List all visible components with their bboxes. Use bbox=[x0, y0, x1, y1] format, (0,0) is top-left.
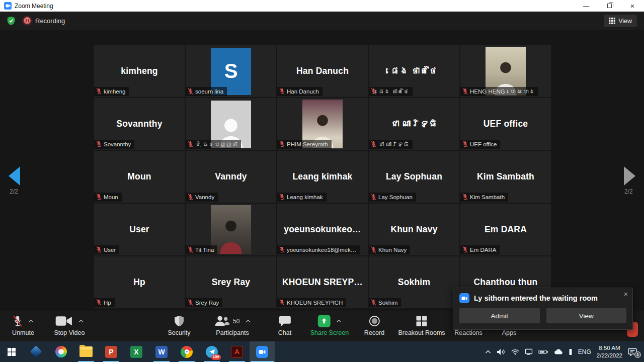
minimize-icon[interactable]: — bbox=[575, 0, 598, 12]
toolbar-label: Chat bbox=[278, 329, 291, 336]
mic-muted-icon bbox=[371, 246, 376, 253]
participant-label: ផេង ថាត់ថៃ bbox=[369, 87, 413, 96]
action-center-badge: 1 bbox=[634, 351, 641, 358]
participant-tile[interactable]: Han Danuch Han Danuch bbox=[277, 45, 368, 97]
notification-message: Ly sithorn entered the waiting room bbox=[474, 294, 598, 302]
waiting-room-notification: × Ly sithorn entered the waiting room Ad… bbox=[453, 288, 633, 330]
participant-tile[interactable]: Tit Tina bbox=[186, 204, 276, 255]
photos-app-icon[interactable] bbox=[23, 341, 48, 362]
window-title: Zoom Meeting bbox=[15, 3, 53, 10]
chevron-up-icon[interactable] bbox=[331, 319, 342, 323]
chevron-up-icon[interactable] bbox=[23, 319, 34, 323]
language-indicator[interactable]: ENG bbox=[578, 348, 591, 355]
chevron-up-icon[interactable] bbox=[239, 319, 251, 323]
participant-tile[interactable]: ជុំ ចនបញ្ញនា bbox=[186, 98, 276, 150]
telegram-icon[interactable]: 159 bbox=[199, 341, 224, 362]
shield-icon bbox=[174, 315, 184, 327]
participant-tile[interactable]: PHIM Sereyrath bbox=[277, 98, 368, 150]
participant-label: Moun bbox=[94, 193, 122, 202]
participant-tile[interactable]: UEF office UEF office bbox=[460, 98, 551, 150]
participant-grid: kimheng kimheng S soeurn lina Han Danuch… bbox=[94, 45, 551, 308]
toolbar-record-button[interactable]: Record bbox=[364, 314, 384, 336]
participant-tile[interactable]: kimheng kimheng bbox=[94, 45, 185, 97]
date: 2/22/2022 bbox=[597, 352, 622, 359]
participant-tile[interactable]: Leang kimhak Leang kimhak bbox=[277, 151, 368, 203]
onedrive-cloud-icon[interactable] bbox=[554, 349, 563, 355]
participant-tile[interactable]: Em DARA Em DARA bbox=[460, 204, 551, 255]
participant-tile[interactable]: KHOEUN SREYP… KHOEUN SREYPICH bbox=[277, 256, 368, 308]
participant-label: HENG HENG - ហេង ហេង bbox=[460, 87, 538, 96]
view-button[interactable]: View bbox=[604, 15, 637, 27]
toolbar-label: Unmute bbox=[12, 329, 34, 336]
participant-label: Srey Ray bbox=[186, 298, 222, 307]
participant-tile[interactable]: Khun Navy Khun Navy bbox=[369, 204, 459, 255]
participant-tile[interactable]: S soeurn lina bbox=[186, 45, 276, 97]
view-waiting-room-button[interactable]: View bbox=[546, 308, 627, 323]
close-icon[interactable]: × bbox=[624, 290, 628, 298]
system-tray: ENG 8:50 AM 2/22/2022 1 bbox=[485, 344, 644, 359]
chrome-icon[interactable] bbox=[174, 341, 199, 362]
previous-page-arrow[interactable] bbox=[9, 166, 20, 186]
cast-display-icon[interactable] bbox=[525, 348, 533, 355]
windows-start-icon[interactable] bbox=[0, 341, 23, 362]
toolbar-share-screen-button[interactable]: Share Screen bbox=[310, 314, 349, 336]
paint-icon[interactable] bbox=[48, 341, 73, 362]
mic-muted-icon bbox=[371, 141, 376, 147]
chevron-up-icon[interactable] bbox=[72, 319, 84, 323]
breakout-grid-icon bbox=[416, 315, 427, 327]
file-explorer-icon[interactable] bbox=[73, 341, 99, 362]
toolbar-chat-button[interactable]: Chat bbox=[278, 314, 291, 336]
page-indicator-right: 2/2 bbox=[624, 188, 633, 195]
toolbar-unmute-button[interactable]: Unmute bbox=[12, 314, 34, 336]
participant-tile[interactable]: yoeunsokunkeo… yoeunsokunkeo18@mek… bbox=[277, 204, 368, 255]
next-page-arrow[interactable] bbox=[624, 166, 635, 186]
wifi-icon[interactable] bbox=[511, 349, 519, 355]
toolbar-breakout-rooms-button[interactable]: Breakout Rooms bbox=[398, 314, 445, 336]
participant-tile[interactable]: Hp Hp bbox=[94, 256, 185, 308]
participant-label: soeurn lina bbox=[186, 87, 227, 96]
close-icon[interactable]: × bbox=[621, 0, 644, 12]
participant-tile[interactable]: ជា ណារិទ្ធិ ជា ណារិទ្ធិ bbox=[369, 98, 459, 150]
participant-tile[interactable]: HENG HENG - ហេង ហេង bbox=[460, 45, 551, 97]
word-icon[interactable]: W bbox=[149, 341, 174, 362]
participant-tile[interactable]: Kim Sambath Kim Sambath bbox=[460, 151, 551, 203]
zoom-meeting-window: Zoom Meeting — × Recording View kimheng … bbox=[0, 0, 644, 362]
mic-muted-icon bbox=[188, 299, 193, 306]
toolbar-participants-button[interactable]: 50 Participants bbox=[214, 314, 251, 336]
participant-label: User bbox=[94, 245, 119, 254]
participant-tile[interactable]: Vanndy Vanndy bbox=[186, 151, 276, 203]
participant-label: UEF office bbox=[460, 140, 500, 149]
participant-tile[interactable]: Sokhim Sokhim bbox=[369, 256, 459, 308]
participant-tile[interactable]: Sovannthy Sovannthy bbox=[94, 98, 185, 150]
toolbar-label: Reactions bbox=[454, 329, 482, 336]
participant-tile[interactable]: Moun Moun bbox=[94, 151, 185, 203]
zoom-camera-icon bbox=[4, 2, 12, 10]
battery-icon[interactable] bbox=[538, 349, 548, 354]
toolbar-security-button[interactable]: Security bbox=[168, 314, 190, 336]
video-camera-icon bbox=[55, 315, 73, 327]
toolbar-label: Participants bbox=[216, 329, 249, 336]
windows-taskbar: P X W 159 A ENG 8:50 AM 2/22/2022 bbox=[0, 341, 644, 362]
participant-tile[interactable]: User User bbox=[94, 204, 185, 255]
participant-tile[interactable]: Srey Ray Srey Ray bbox=[186, 256, 276, 308]
volume-icon[interactable] bbox=[497, 348, 506, 355]
acrobat-reader-icon[interactable]: A bbox=[224, 341, 250, 362]
mic-muted-icon bbox=[96, 246, 102, 253]
toolbar-stop-video-button[interactable]: Stop Video bbox=[54, 314, 85, 336]
excel-icon[interactable]: X bbox=[124, 341, 149, 362]
zoom-icon[interactable] bbox=[250, 341, 275, 362]
restore-icon[interactable] bbox=[598, 0, 621, 12]
mic-muted-icon bbox=[279, 194, 285, 200]
chevron-up-icon[interactable] bbox=[485, 350, 491, 354]
mic-muted-icon bbox=[462, 141, 468, 147]
taskbar-clock[interactable]: 8:50 AM 2/22/2022 bbox=[597, 344, 622, 359]
mic-muted-icon bbox=[96, 88, 102, 95]
participant-tile[interactable]: ផេង ថាត់ថៃ ផេង ថាត់ថៃ bbox=[369, 45, 459, 97]
admit-button[interactable]: Admit bbox=[459, 308, 540, 323]
action-center-icon[interactable]: 1 bbox=[628, 348, 640, 356]
usb-icon[interactable] bbox=[569, 348, 573, 355]
mic-muted-icon bbox=[462, 194, 468, 200]
participant-tile[interactable]: Lay Sophuan Lay Sophuan bbox=[369, 151, 459, 203]
powerpoint-icon[interactable]: P bbox=[99, 341, 124, 362]
security-shield-check-icon[interactable] bbox=[7, 16, 16, 26]
